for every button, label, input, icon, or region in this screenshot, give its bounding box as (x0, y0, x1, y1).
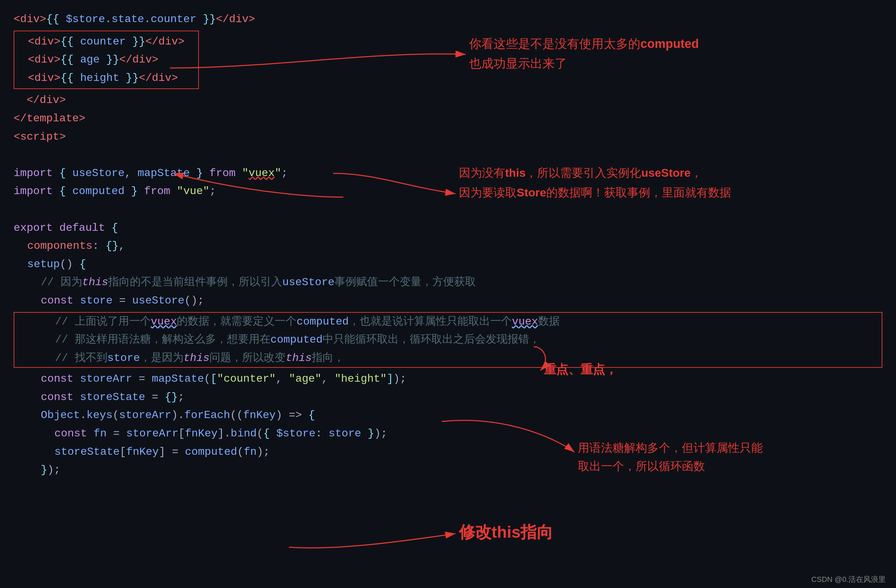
code-line: setup() { (0, 255, 896, 274)
code-line: // 因为this指向的不是当前组件事例，所以引入useStore事例赋值一个变… (0, 273, 896, 292)
annotation-2: 因为没有this，所以需要引入实例化useStore， 因为要读取Store的数… (459, 163, 731, 203)
code-line: // 上面说了用一个vuex的数据，就需要定义一个computed，也就是说计算… (14, 313, 882, 331)
code-line (0, 201, 896, 219)
code-line: const storeArr = mapState(["counter", "a… (0, 370, 896, 388)
code-editor: <div>{{ $store.state.counter }}</div> <d… (0, 0, 896, 588)
code-line: </div> (0, 91, 896, 110)
code-line: // 找不到store，是因为this问题，所以改变this指向， (14, 349, 882, 367)
code-line: components: {}, (0, 237, 896, 255)
code-line: import { useStore, mapState } from "vuex… (0, 164, 896, 183)
annotation-3: 重点、重点， (544, 360, 617, 379)
code-line: Object.keys(storeArr).forEach((fnKey) =>… (0, 406, 896, 425)
annotation-5: 修改this指向 (459, 520, 553, 544)
code-line: export default { (0, 219, 896, 237)
annotation-1: 你看这些是不是没有使用太多的computed 也成功显示出来了 (469, 34, 699, 73)
code-line (0, 146, 896, 164)
footer-label: CSDN @0.活在风浪里 (811, 574, 886, 585)
code-line: const storeState = {}; (0, 388, 896, 407)
code-line: <div>{{ counter }}</div> (14, 33, 198, 51)
code-line: const store = useStore(); (0, 292, 896, 310)
annotation-1-computed: computed (640, 37, 699, 51)
code-line: </template> (0, 110, 896, 128)
code-line: import { computed } from "vue"; (0, 182, 896, 201)
code-line: // 那这样用语法糖，解构这么多，想要用在computed中只能循环取出，循环取… (14, 331, 882, 349)
code-line: <div>{{ $store.state.counter }}</div> (0, 10, 896, 29)
code-line: <script> (0, 128, 896, 146)
code-line: <div>{{ age }}</div> (14, 51, 198, 69)
code-line: <div>{{ height }}</div> (14, 69, 198, 87)
annotation-4: 用语法糖解构多个，但计算属性只能 取出一个，所以循环函数 (578, 439, 763, 475)
